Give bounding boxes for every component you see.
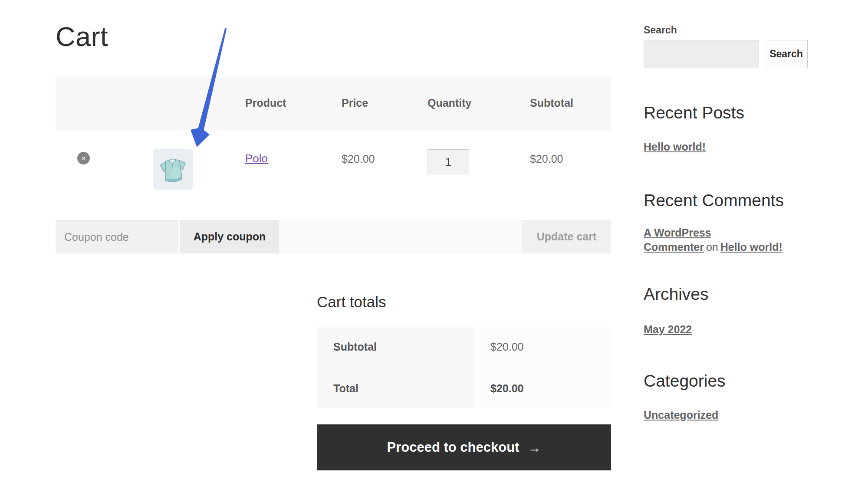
column-header-quantity: Quantity bbox=[427, 97, 471, 109]
apply-coupon-button[interactable]: Apply coupon bbox=[180, 220, 279, 253]
subtotal-label: Subtotal bbox=[333, 341, 377, 353]
cart-actions-row: Apply coupon Update cart bbox=[56, 220, 611, 253]
coupon-code-input[interactable] bbox=[56, 220, 178, 253]
cart-totals-table: Subtotal $20.00 Total $20.00 bbox=[317, 327, 611, 408]
item-subtotal: $20.00 bbox=[530, 153, 563, 165]
column-header-product: Product bbox=[245, 97, 286, 109]
recent-posts-heading: Recent Posts bbox=[644, 103, 744, 122]
recent-post-link[interactable]: Hello world! bbox=[644, 141, 706, 153]
total-row: Total $20.00 bbox=[317, 368, 611, 408]
cart-page: Cart Product Price Quantity Subtotal ✕ bbox=[0, 0, 868, 496]
right-arrow-icon: → bbox=[528, 440, 541, 455]
subtotal-value: $20.00 bbox=[490, 341, 523, 353]
categories-heading: Categories bbox=[644, 371, 726, 391]
subtotal-label-cell: Subtotal bbox=[317, 327, 474, 368]
recent-comments-heading: Recent Comments bbox=[644, 191, 784, 210]
total-value-cell: $20.00 bbox=[474, 368, 611, 408]
subtotal-value-cell: $20.00 bbox=[474, 327, 611, 368]
total-value: $20.00 bbox=[490, 382, 523, 395]
product-thumbnail[interactable] bbox=[153, 149, 193, 190]
checkout-button-label: Proceed to checkout bbox=[387, 440, 519, 455]
subtotal-row: Subtotal $20.00 bbox=[317, 327, 611, 368]
cart-table-header: Product Price Quantity Subtotal bbox=[56, 76, 611, 130]
column-header-price: Price bbox=[342, 97, 368, 109]
total-label-cell: Total bbox=[317, 368, 474, 408]
cart-totals-title: Cart totals bbox=[317, 293, 386, 311]
column-header-subtotal: Subtotal bbox=[530, 97, 573, 109]
archives-heading: Archives bbox=[644, 285, 709, 304]
comment-author-link[interactable]: A WordPress Commenter bbox=[644, 227, 711, 253]
cart-item-row: ✕ Polo $20.00 $20.00 bbox=[56, 130, 611, 217]
category-link[interactable]: Uncategorized bbox=[644, 409, 718, 421]
sidebar-search-input[interactable] bbox=[644, 40, 759, 68]
polo-shirt-icon bbox=[153, 149, 193, 190]
comment-post-link[interactable]: Hello world! bbox=[720, 241, 783, 253]
page-title: Cart bbox=[56, 21, 108, 52]
remove-item-button[interactable]: ✕ bbox=[77, 152, 90, 164]
archive-link[interactable]: May 2022 bbox=[644, 323, 692, 336]
recent-comment-item: A WordPress CommenteronHello world! bbox=[644, 226, 796, 254]
item-price: $20.00 bbox=[342, 153, 375, 165]
proceed-to-checkout-button[interactable]: Proceed to checkout → bbox=[317, 424, 611, 470]
total-label: Total bbox=[333, 382, 358, 395]
comment-connector: on bbox=[706, 241, 718, 253]
sidebar-search-title: Search bbox=[644, 24, 677, 36]
quantity-input[interactable] bbox=[427, 149, 469, 174]
update-cart-button[interactable]: Update cart bbox=[522, 220, 611, 253]
close-icon: ✕ bbox=[81, 155, 86, 162]
sidebar-search-button[interactable]: Search bbox=[765, 40, 808, 68]
product-name-link[interactable]: Polo bbox=[245, 152, 268, 165]
